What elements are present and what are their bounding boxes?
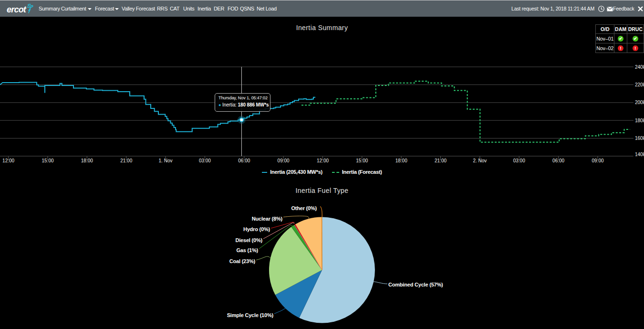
svg-text:Diesel (0%): Diesel (0%) — [236, 237, 263, 243]
svg-text:Gas (1%): Gas (1%) — [237, 247, 259, 253]
svg-text:Simple Cycle (10%): Simple Cycle (10%) — [227, 312, 274, 318]
svg-text:Nuclear (8%): Nuclear (8%) — [252, 216, 283, 222]
svg-text:Coal (23%): Coal (23%) — [229, 258, 256, 264]
svg-text:12:00: 12:00 — [2, 158, 14, 163]
svg-text:18:00: 18:00 — [395, 158, 407, 163]
svg-text:03:00: 03:00 — [199, 158, 211, 163]
svg-text:240k: 240k — [635, 64, 644, 70]
svg-text:18:00: 18:00 — [81, 158, 93, 163]
svg-text:06:00: 06:00 — [238, 158, 250, 163]
svg-text:12:00: 12:00 — [317, 158, 329, 163]
svg-text:Other (0%): Other (0%) — [291, 205, 317, 211]
svg-text:180k: 180k — [635, 118, 644, 123]
svg-text:09:00: 09:00 — [592, 158, 603, 163]
svg-text:06:00: 06:00 — [552, 158, 564, 163]
svg-text:160k: 160k — [635, 136, 644, 141]
svg-text:200k: 200k — [635, 100, 644, 105]
svg-text:Combined Cycle (57%): Combined Cycle (57%) — [388, 282, 443, 287]
svg-text:Hydro (0%): Hydro (0%) — [243, 226, 270, 232]
svg-text:220k: 220k — [635, 82, 644, 87]
svg-text:15:00: 15:00 — [356, 158, 368, 163]
svg-text:1. Nov: 1. Nov — [159, 158, 173, 163]
svg-text:15:00: 15:00 — [42, 158, 53, 163]
svg-text:2. Nov: 2. Nov — [473, 158, 487, 163]
svg-text:09:00: 09:00 — [278, 158, 290, 163]
svg-text:140k: 140k — [635, 152, 644, 157]
svg-text:21:00: 21:00 — [120, 158, 132, 163]
svg-text:21:00: 21:00 — [435, 158, 447, 163]
svg-text:03:00: 03:00 — [513, 158, 525, 163]
